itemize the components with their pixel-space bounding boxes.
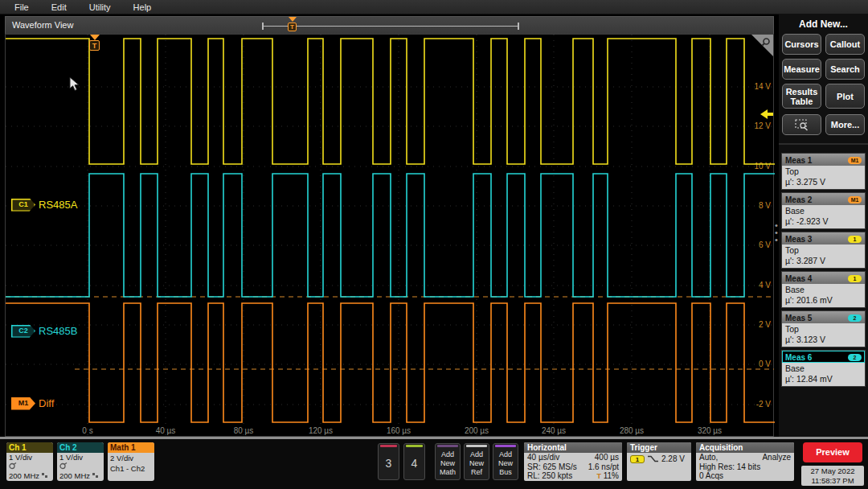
- meas-5-type: Top: [785, 324, 862, 335]
- ch2-scale: 1 V/div: [59, 453, 101, 462]
- meas-6-value: µ': 12.84 mV: [785, 374, 862, 384]
- horizontal-title: Horizontal: [524, 442, 622, 453]
- meas-4-card[interactable]: Meas 4 1 Base µ': 201.6 mV: [781, 271, 866, 308]
- zoom-box-button[interactable]: [782, 114, 821, 135]
- meas-3-card[interactable]: Meas 3 1 Top µ': 3.287 V: [781, 232, 866, 269]
- datetime-display: 27 May 2022 11:58:37 PM: [801, 466, 864, 486]
- trigger-position-t-icon: T: [596, 472, 601, 480]
- meas-1-card[interactable]: Meas 1 M1 Top µ': 3.275 V: [781, 153, 866, 190]
- menu-file[interactable]: File: [14, 2, 29, 12]
- probe-icon: [59, 462, 68, 470]
- math1-badge[interactable]: M1: [11, 397, 35, 410]
- acquisition-detail: High Res: 14 bits: [699, 462, 760, 472]
- panel-divider-handle[interactable]: •••: [774, 222, 779, 246]
- ch1-trace: [6, 39, 775, 164]
- meas-5-name: Meas 5: [785, 314, 812, 323]
- menu-help[interactable]: Help: [133, 2, 152, 12]
- ch3-label: 3: [379, 457, 399, 470]
- bus-color-stripe: [495, 445, 516, 447]
- callout-button[interactable]: Callout: [825, 34, 865, 55]
- zoom-box-icon: [795, 119, 809, 131]
- add-new-ref-button[interactable]: Add New Ref: [464, 443, 489, 480]
- meas-6-type: Base: [785, 364, 862, 374]
- meas-3-name: Meas 3: [785, 235, 812, 244]
- trigger-title: Trigger: [627, 442, 691, 453]
- meas-4-value: µ': 201.6 mV: [785, 295, 862, 306]
- meas-1-name: Meas 1: [785, 156, 812, 165]
- ch1-scale: 1 V/div: [9, 453, 51, 462]
- menu-utility[interactable]: Utility: [89, 2, 111, 12]
- record-view-bar: [264, 26, 518, 27]
- ch1-settings-badge[interactable]: Ch 1 1 V/div 200 MHz: [6, 442, 53, 481]
- acquisition-mode: Auto,: [699, 453, 718, 462]
- menu-edit[interactable]: Edit: [51, 2, 67, 12]
- ch1-bandwidth: 200 MHz: [9, 471, 39, 480]
- meas-2-type: Base: [785, 206, 862, 216]
- horizontal-panel[interactable]: Horizontal 40 µs/div400 µs SR: 625 MS/s1…: [524, 442, 622, 481]
- meas-5-card[interactable]: Meas 5 2 Top µ': 3.123 V: [781, 310, 866, 347]
- trigger-source-badge: 1: [630, 455, 645, 463]
- channel-label-ch1[interactable]: C1 RS485A: [11, 198, 77, 212]
- trigger-marker-t-icon: T: [89, 40, 100, 51]
- ch2-label-text: RS485B: [39, 325, 77, 337]
- trigger-position-percent: 11%: [604, 471, 619, 480]
- measure-button[interactable]: Measure: [782, 59, 821, 80]
- preview-button[interactable]: Preview: [803, 442, 862, 462]
- results-table-button[interactable]: Results Table: [782, 84, 821, 109]
- trigger-marker-triangle-icon: [90, 35, 100, 40]
- meas-2-source-badge: M1: [848, 196, 862, 203]
- ch1-label-text: RS485A: [39, 199, 77, 211]
- more-button[interactable]: More...: [825, 114, 865, 135]
- trigger-panel[interactable]: Trigger 1 2.28 V: [627, 442, 691, 481]
- horizontal-scale: 40 µs/div: [527, 453, 559, 462]
- ch1-badge[interactable]: C1: [11, 199, 35, 212]
- math1-settings-badge[interactable]: Math 1 2 V/div Ch1 - Ch2: [108, 442, 154, 481]
- cursors-button[interactable]: Cursors: [782, 34, 821, 55]
- channel-label-math1[interactable]: M1 Diff: [11, 397, 54, 410]
- ch2-settings-badge[interactable]: Ch 2 1 V/div 200 MHz: [57, 442, 104, 481]
- bandwidth-icon: [42, 473, 48, 479]
- search-button[interactable]: Search: [825, 59, 865, 80]
- meas-1-source-badge: M1: [848, 157, 862, 164]
- meas-4-name: Meas 4: [785, 274, 812, 283]
- trigger-marker[interactable]: T: [88, 35, 100, 51]
- math1-source: Ch1 - Ch2: [110, 463, 152, 474]
- plot-button[interactable]: Plot: [825, 84, 865, 109]
- waveform-canvas: [6, 35, 775, 438]
- meas-6-name: Meas 6: [785, 353, 812, 362]
- acquisition-panel[interactable]: Acquisition Auto,Analyze High Res: 14 bi…: [696, 442, 794, 481]
- trigger-level-arrow-icon[interactable]: [760, 109, 773, 120]
- panel-separator: [779, 143, 868, 145]
- record-view-bracket[interactable]: T: [262, 23, 519, 30]
- ch2-bandwidth: 200 MHz: [59, 471, 90, 480]
- ch3-color-stripe: [380, 445, 397, 447]
- add-new-math-button[interactable]: Add New Math: [435, 443, 461, 480]
- channel-label-ch2[interactable]: C2 RS485B: [11, 324, 77, 338]
- meas-2-value: µ': -2.923 V: [785, 216, 862, 227]
- ref-color-stripe: [466, 445, 487, 447]
- meas-3-type: Top: [785, 245, 862, 256]
- tab-strip: Waveform View T: [5, 16, 774, 34]
- math-color-stripe: [437, 445, 458, 447]
- math1-scale: 2 V/div: [110, 453, 152, 463]
- ch2-badge[interactable]: C2: [11, 325, 35, 338]
- add-new-bus-button[interactable]: Add New Bus: [493, 443, 518, 480]
- trigger-level: 2.28 V: [661, 454, 685, 464]
- right-panel: Add New... Cursors Callout Measure Searc…: [779, 14, 868, 437]
- ch4-button[interactable]: 4: [403, 443, 425, 480]
- meas-4-source-badge: 1: [848, 275, 862, 282]
- meas-6-card[interactable]: Meas 6 2 Base µ': 12.84 mV: [781, 350, 866, 387]
- trigger-position-icon[interactable]: T: [288, 23, 297, 31]
- waveform-display[interactable]: 14 V12 V10 V8 V6 V4 V2 V0 V-2 V0 s40 µs8…: [5, 34, 774, 437]
- meas-2-card[interactable]: Meas 2 M1 Base µ': -2.923 V: [781, 192, 866, 229]
- ch4-label: 4: [404, 457, 424, 470]
- add-new-math-label: Add New Math: [436, 450, 460, 477]
- ch3-button[interactable]: 3: [378, 443, 399, 480]
- ch1-badge-title: Ch 1: [6, 442, 53, 453]
- measurement-list: Meas 1 M1 Top µ': 3.275 V Meas 2 M1 Base…: [781, 153, 866, 389]
- math1-badge-title: Math 1: [108, 442, 154, 453]
- math1-trace: [6, 303, 775, 422]
- bottom-bar: Ch 1 1 V/div 200 MHz Ch 2 1 V/div 200 MH…: [0, 439, 868, 489]
- meas-1-value: µ': 3.275 V: [785, 177, 862, 187]
- tab-waveform-view[interactable]: Waveform View: [12, 20, 73, 30]
